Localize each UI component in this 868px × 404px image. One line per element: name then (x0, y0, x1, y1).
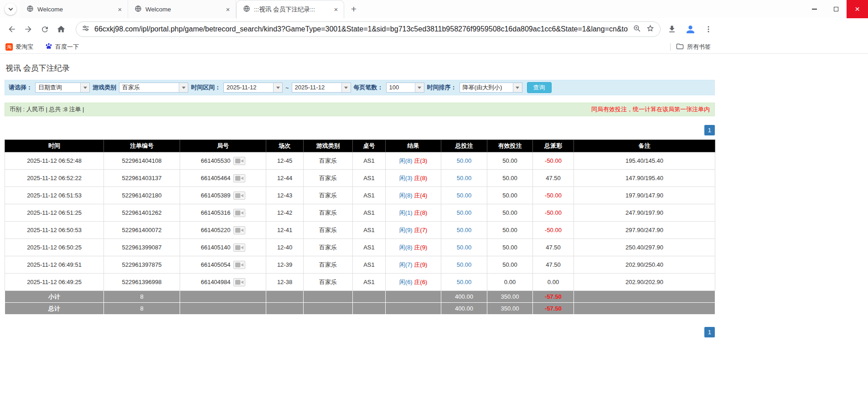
player-result: 闲(1) (399, 209, 413, 216)
banker-result: 庄(3) (414, 157, 427, 164)
video-replay-icon[interactable] (233, 174, 245, 182)
zoom-icon[interactable] (633, 24, 641, 35)
tab-betrecord-active[interactable]: :::视讯 会员下注纪录::: × (236, 0, 344, 18)
query-type-select[interactable]: 日期查询 (35, 83, 90, 93)
window-maximize-button[interactable] (825, 0, 847, 18)
tab-close-icon[interactable]: × (116, 5, 124, 13)
profile-avatar[interactable] (682, 21, 698, 37)
table-row: 2025-11-12 06:52:48 522961404108 6614055… (5, 152, 715, 170)
all-bookmarks-label[interactable]: 所有书签 (687, 43, 711, 51)
video-replay-icon[interactable] (233, 209, 245, 217)
url-text[interactable]: 66cxkj98.com/ipl/portal.php/game/betreco… (94, 25, 628, 33)
home-button[interactable] (53, 21, 69, 37)
dropdown-arrow-icon[interactable] (513, 83, 522, 92)
banker-result: 庄(8) (414, 209, 427, 216)
address-bar[interactable]: 66cxkj98.com/ipl/portal.php/game/betreco… (76, 21, 661, 37)
browser-toolbar: 66cxkj98.com/ipl/portal.php/game/betreco… (0, 18, 868, 40)
table-head: 时间 注单编号 局号 场次 游戏类别 桌号 结果 总投注 有效投注 总派彩 备注 (5, 140, 715, 152)
dropdown-arrow-icon[interactable] (415, 83, 424, 92)
dropdown-arrow-icon[interactable] (341, 83, 351, 92)
tab-welcome-2[interactable]: Welcome × (128, 0, 236, 18)
cell-time: 2025-11-12 06:49:51 (5, 256, 104, 274)
empty-cell (353, 291, 386, 303)
cell-time: 2025-11-12 06:52:48 (5, 152, 104, 170)
col-payout: 总派彩 (533, 140, 574, 152)
video-replay-icon[interactable] (233, 157, 245, 165)
cell-total-bet[interactable]: 50.00 (441, 170, 487, 187)
dropdown-arrow-icon[interactable] (179, 83, 188, 92)
cell-total-bet[interactable]: 50.00 (441, 152, 487, 170)
total-row: 总计 8 400.00 350.00 -57.50 (5, 303, 715, 315)
page-size-select[interactable]: 100 (386, 83, 424, 93)
cell-session: 12-45 (266, 152, 304, 170)
video-replay-icon[interactable] (233, 243, 245, 252)
new-tab-button[interactable]: + (347, 2, 361, 16)
three-dots-icon (704, 25, 713, 33)
empty-cell (574, 303, 715, 315)
cell-round: 661405316 (180, 204, 266, 222)
cell-total-bet[interactable]: 50.00 (441, 204, 487, 222)
empty-cell (304, 291, 353, 303)
window-close-button[interactable]: ✕ (847, 0, 868, 18)
dropdown-arrow-icon[interactable] (273, 83, 282, 92)
tab-strip: Welcome × Welcome × :::视讯 会员下注纪录::: × + … (0, 0, 868, 18)
page-button-1[interactable]: 1 (704, 125, 715, 135)
forward-button[interactable] (20, 21, 36, 37)
cell-bet-id: 522961397875 (104, 256, 180, 274)
date-to-input[interactable]: 2025-11-12 (292, 83, 351, 93)
video-replay-icon[interactable] (233, 261, 245, 269)
back-button[interactable] (4, 21, 20, 37)
tab-title: :::视讯 会员下注纪录::: (254, 5, 328, 14)
subtotal-valid-bet: 350.00 (487, 291, 533, 303)
cell-valid-bet: 50.00 (487, 170, 533, 187)
video-replay-icon[interactable] (233, 192, 245, 200)
tab-welcome-1[interactable]: Welcome × (20, 0, 128, 18)
sort-value: 降幂(由大到小) (460, 83, 513, 92)
cell-valid-bet: 50.00 (487, 256, 533, 274)
range-separator: ~ (285, 84, 289, 91)
search-button[interactable]: 查询 (527, 82, 552, 93)
cell-time: 2025-11-12 06:50:53 (5, 222, 104, 239)
tab-close-icon[interactable]: × (332, 5, 340, 14)
cell-payout: 0.00 (533, 274, 574, 291)
bookmark-taobao[interactable]: 淘 爱淘宝 (5, 43, 33, 51)
dropdown-arrow-icon[interactable] (80, 83, 89, 92)
cell-total-bet[interactable]: 50.00 (441, 187, 487, 204)
cell-total-bet[interactable]: 50.00 (441, 222, 487, 239)
cell-round: 661405220 (180, 222, 266, 239)
subtotal-payout: -57.50 (533, 291, 574, 303)
sort-select[interactable]: 降幂(由大到小) (460, 83, 522, 93)
cell-payout: -50.00 (533, 152, 574, 170)
cell-total-bet[interactable]: 50.00 (441, 239, 487, 256)
cell-payout: -50.00 (533, 187, 574, 204)
total-total-bet: 400.00 (441, 303, 487, 315)
cell-note: 247.90/197.90 (574, 204, 715, 222)
cell-round: 661405054 (180, 256, 266, 274)
tab-search-button[interactable] (5, 3, 16, 15)
video-replay-icon[interactable] (233, 278, 245, 286)
window-minimize-button[interactable] (804, 0, 825, 18)
cell-time: 2025-11-12 06:51:53 (5, 187, 104, 204)
table-row: 2025-11-12 06:49:25 522961396998 6614049… (5, 274, 715, 291)
date-from-input[interactable]: 2025-11-12 (223, 83, 283, 93)
downloads-button[interactable] (664, 21, 680, 37)
site-settings-icon[interactable] (82, 24, 90, 34)
bookmark-star-icon[interactable] (646, 24, 655, 35)
col-total-bet: 总投注 (441, 140, 487, 152)
cell-table-no: AS1 (353, 152, 386, 170)
cell-total-bet[interactable]: 50.00 (441, 274, 487, 291)
cell-total-bet[interactable]: 50.00 (441, 256, 487, 274)
round-number: 661405389 (201, 192, 230, 199)
video-replay-icon[interactable] (233, 226, 245, 234)
globe-favicon (26, 5, 34, 14)
bookmark-baidu[interactable]: 百度一下 (45, 42, 79, 51)
reload-button[interactable] (36, 21, 53, 37)
cell-session: 12-44 (266, 170, 304, 187)
tab-close-icon[interactable]: × (224, 5, 232, 13)
browser-menu-button[interactable] (701, 21, 716, 37)
download-icon (667, 25, 677, 34)
page-button-1[interactable]: 1 (704, 327, 715, 337)
pagination-bottom: 1 (5, 327, 715, 337)
cell-table-no: AS1 (353, 170, 386, 187)
game-type-select[interactable]: 百家乐 (119, 83, 188, 93)
